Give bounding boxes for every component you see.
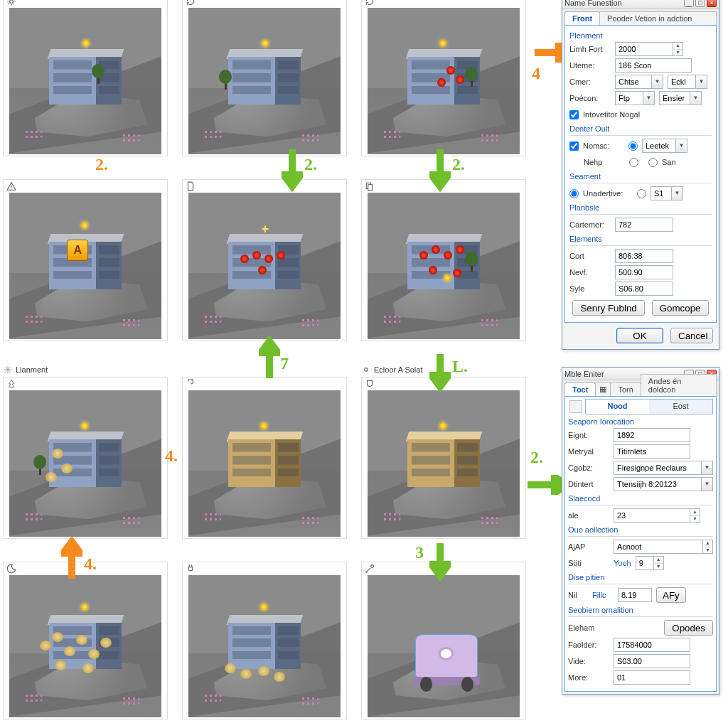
chevron-down-icon[interactable]: ▼ [690, 91, 702, 105]
cancel-button[interactable]: Cancel [670, 328, 713, 343]
step-label: L. [452, 357, 468, 376]
interactive-checkbox[interactable] [569, 110, 579, 119]
afy-button[interactable]: AFy [656, 587, 686, 603]
syle-input[interactable] [615, 282, 673, 296]
spinner-icon[interactable]: ▲▼ [654, 556, 664, 570]
arrow-down-icon [282, 149, 303, 192]
thumb-6[interactable] [361, 179, 526, 341]
limit-fort-label: Limh Fort [569, 45, 611, 53]
unadertive-radio[interactable] [569, 189, 579, 198]
nomsc-radio[interactable] [628, 141, 638, 151]
tab-andes[interactable]: Andes én doldcon [641, 374, 717, 396]
group-seaporn: Seaporn Iorocation [568, 417, 713, 426]
plus-icon: + [262, 222, 269, 237]
spinner-icon[interactable]: ▲▼ [703, 540, 713, 554]
minimize-icon[interactable]: _ [684, 0, 694, 7]
uteme-input[interactable] [615, 58, 692, 73]
faolder-input[interactable] [614, 638, 690, 652]
thumb-5[interactable]: + [182, 179, 347, 341]
chevron-down-icon[interactable]: ▼ [696, 75, 707, 89]
chevron-down-icon[interactable]: ▼ [702, 461, 713, 475]
thumb-2[interactable] [182, 0, 347, 156]
cort-input[interactable] [615, 249, 673, 263]
thumb-7[interactable] [3, 377, 168, 539]
cartemer-input[interactable] [615, 218, 673, 232]
opodes-button[interactable]: Opodes [664, 620, 713, 636]
fillc-input[interactable] [618, 588, 652, 602]
tab-icon[interactable]: ▦ [595, 382, 611, 396]
ok-button[interactable]: OK [616, 328, 663, 343]
s1-select[interactable] [651, 186, 672, 200]
chevron-down-icon[interactable]: ▼ [672, 186, 683, 200]
chevron-down-icon[interactable]: ▼ [652, 75, 663, 89]
dtintert-select[interactable] [614, 477, 702, 491]
group-plenment: Plenment [569, 31, 712, 40]
tab-bar: Front Pooder Vetion in adction [562, 9, 719, 25]
metryal-input[interactable] [614, 444, 690, 459]
thumb-11[interactable] [182, 562, 347, 719]
group-dise: Dise pitien [568, 573, 713, 582]
svg-rect-2 [368, 185, 373, 191]
maximize-icon[interactable]: □ [695, 0, 705, 7]
ensier-select[interactable] [659, 91, 690, 105]
soti-input[interactable] [636, 556, 654, 570]
tab-pooder[interactable]: Pooder Vetion in adction [599, 11, 717, 25]
plug-icon [186, 564, 196, 574]
gomcope-button[interactable]: Gomcope [652, 300, 709, 316]
thumb-9[interactable] [361, 377, 526, 539]
senry-button[interactable]: Senry Fublnd [572, 300, 644, 316]
tab-torn[interactable]: Torn [610, 382, 641, 396]
cup-icon [365, 379, 375, 389]
chevron-down-icon[interactable]: ▼ [676, 139, 687, 153]
refresh-icon [186, 0, 196, 6]
close-icon[interactable]: × [707, 0, 717, 7]
ajap-input[interactable] [614, 540, 703, 554]
tool-strip [568, 399, 584, 414]
trailer-icon [413, 629, 480, 692]
group-planbsle: Planbsle [569, 203, 712, 212]
tools-icon [365, 564, 375, 574]
ftp-select[interactable] [615, 91, 643, 105]
group-seobiern: Seobiern ornalition [568, 606, 713, 614]
eckl-select[interactable] [668, 75, 696, 89]
thumb-12[interactable] [361, 562, 526, 719]
thumb-1[interactable] [3, 0, 168, 156]
s1-radio[interactable] [637, 189, 646, 198]
swirl-icon [186, 379, 196, 389]
spinner-icon[interactable]: ▲▼ [690, 508, 700, 523]
thumb-10[interactable] [3, 562, 168, 719]
cort-label: Cort [569, 252, 611, 260]
leetek-select[interactable] [642, 139, 676, 153]
cgobs-select[interactable] [614, 461, 702, 475]
nomsc-checkbox[interactable] [569, 141, 579, 151]
subtab-nood[interactable]: Nood [586, 400, 649, 414]
tool-icon[interactable] [569, 400, 582, 413]
san-label: San [662, 158, 676, 166]
newf-input[interactable] [615, 265, 673, 279]
document-icon [186, 181, 196, 191]
vide-label: Vide: [568, 657, 609, 665]
san-radio[interactable] [648, 158, 658, 167]
thumb-3[interactable] [361, 0, 526, 156]
tab-front[interactable]: Front [564, 11, 600, 25]
nehp-radio[interactable] [629, 158, 638, 167]
arrow-up-icon [259, 336, 280, 378]
vide-input[interactable] [614, 654, 690, 668]
cmer-select[interactable] [615, 75, 652, 89]
chevron-down-icon[interactable]: ▼ [702, 477, 713, 491]
thumb-8[interactable] [182, 377, 347, 539]
interactive-label: Intovetitor Nogal [583, 110, 640, 119]
chevron-down-icon[interactable]: ▼ [643, 91, 655, 105]
limit-fort-input[interactable] [615, 42, 673, 56]
faolder-label: Faolder: [568, 641, 609, 649]
eignt-input[interactable] [614, 428, 690, 442]
tab-toct[interactable]: Toct [564, 382, 596, 396]
ajap-label: AjAP [568, 542, 609, 551]
subtab-eost[interactable]: Eost [649, 400, 712, 414]
group-seament: Seament [569, 172, 712, 181]
ale-input[interactable] [614, 508, 690, 523]
thumb-4[interactable]: A [3, 179, 168, 341]
fillc-label: Fillc [592, 591, 614, 599]
spinner-icon[interactable]: ▲▼ [673, 42, 683, 56]
more-input[interactable] [614, 670, 690, 685]
